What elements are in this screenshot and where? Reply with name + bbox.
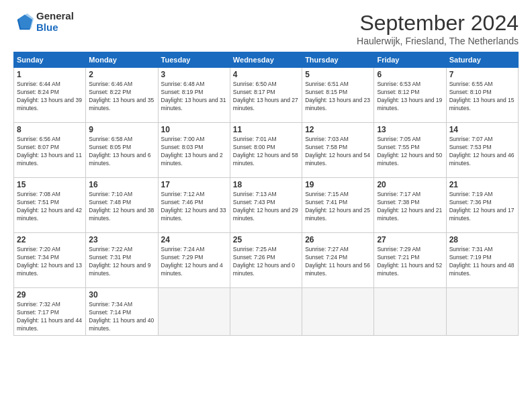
- page: General Blue September 2024 Haulerwijk, …: [0, 0, 532, 411]
- table-row: 29Sunrise: 7:32 AMSunset: 7:17 PMDayligh…: [14, 288, 86, 336]
- table-row: [446, 288, 518, 336]
- table-row: 24Sunrise: 7:24 AMSunset: 7:29 PMDayligh…: [158, 233, 230, 288]
- table-row: 26Sunrise: 7:27 AMSunset: 7:24 PMDayligh…: [302, 233, 374, 288]
- table-row: 30Sunrise: 7:34 AMSunset: 7:14 PMDayligh…: [86, 288, 158, 336]
- table-row: 5Sunrise: 6:51 AMSunset: 8:15 PMDaylight…: [302, 68, 374, 123]
- table-row: 23Sunrise: 7:22 AMSunset: 7:31 PMDayligh…: [86, 233, 158, 288]
- calendar-header-row: Sunday Monday Tuesday Wednesday Thursday…: [14, 52, 519, 68]
- logo: General Blue: [13, 11, 74, 33]
- location: Haulerwijk, Friesland, The Netherlands: [357, 36, 519, 46]
- col-thursday: Thursday: [302, 52, 374, 68]
- table-row: [374, 288, 446, 336]
- col-tuesday: Tuesday: [158, 52, 230, 68]
- calendar-week-3: 15Sunrise: 7:08 AMSunset: 7:51 PMDayligh…: [14, 178, 519, 233]
- table-row: 19Sunrise: 7:15 AMSunset: 7:41 PMDayligh…: [302, 178, 374, 233]
- table-row: 12Sunrise: 7:03 AMSunset: 7:58 PMDayligh…: [302, 123, 374, 178]
- table-row: 11Sunrise: 7:01 AMSunset: 8:00 PMDayligh…: [230, 123, 302, 178]
- calendar-week-5: 29Sunrise: 7:32 AMSunset: 7:17 PMDayligh…: [14, 288, 519, 336]
- table-row: 9Sunrise: 6:58 AMSunset: 8:05 PMDaylight…: [86, 123, 158, 178]
- table-row: 1Sunrise: 6:44 AMSunset: 8:24 PMDaylight…: [14, 68, 86, 123]
- table-row: 21Sunrise: 7:19 AMSunset: 7:36 PMDayligh…: [446, 178, 518, 233]
- title-area: September 2024 Haulerwijk, Friesland, Th…: [357, 11, 519, 46]
- col-monday: Monday: [86, 52, 158, 68]
- logo-icon: [13, 12, 34, 32]
- table-row: 6Sunrise: 6:53 AMSunset: 8:12 PMDaylight…: [374, 68, 446, 123]
- table-row: 4Sunrise: 6:50 AMSunset: 8:17 PMDaylight…: [230, 68, 302, 123]
- table-row: 22Sunrise: 7:20 AMSunset: 7:34 PMDayligh…: [14, 233, 86, 288]
- header: General Blue September 2024 Haulerwijk, …: [13, 11, 519, 46]
- table-row: [302, 288, 374, 336]
- table-row: 8Sunrise: 6:56 AMSunset: 8:07 PMDaylight…: [14, 123, 86, 178]
- table-row: 13Sunrise: 7:05 AMSunset: 7:55 PMDayligh…: [374, 123, 446, 178]
- table-row: 20Sunrise: 7:17 AMSunset: 7:38 PMDayligh…: [374, 178, 446, 233]
- table-row: 7Sunrise: 6:55 AMSunset: 8:10 PMDaylight…: [446, 68, 518, 123]
- table-row: 16Sunrise: 7:10 AMSunset: 7:48 PMDayligh…: [86, 178, 158, 233]
- table-row: 2Sunrise: 6:46 AMSunset: 8:22 PMDaylight…: [86, 68, 158, 123]
- table-row: 3Sunrise: 6:48 AMSunset: 8:19 PMDaylight…: [158, 68, 230, 123]
- table-row: 18Sunrise: 7:13 AMSunset: 7:43 PMDayligh…: [230, 178, 302, 233]
- table-row: [158, 288, 230, 336]
- calendar-week-2: 8Sunrise: 6:56 AMSunset: 8:07 PMDaylight…: [14, 123, 519, 178]
- table-row: 14Sunrise: 7:07 AMSunset: 7:53 PMDayligh…: [446, 123, 518, 178]
- col-wednesday: Wednesday: [230, 52, 302, 68]
- col-sunday: Sunday: [14, 52, 86, 68]
- logo-text: General Blue: [36, 11, 74, 33]
- month-title: September 2024: [357, 11, 519, 36]
- calendar-table: Sunday Monday Tuesday Wednesday Thursday…: [13, 52, 519, 336]
- table-row: 25Sunrise: 7:25 AMSunset: 7:26 PMDayligh…: [230, 233, 302, 288]
- table-row: 28Sunrise: 7:31 AMSunset: 7:19 PMDayligh…: [446, 233, 518, 288]
- col-saturday: Saturday: [446, 52, 518, 68]
- table-row: 10Sunrise: 7:00 AMSunset: 8:03 PMDayligh…: [158, 123, 230, 178]
- calendar-week-1: 1Sunrise: 6:44 AMSunset: 8:24 PMDaylight…: [14, 68, 519, 123]
- table-row: 17Sunrise: 7:12 AMSunset: 7:46 PMDayligh…: [158, 178, 230, 233]
- logo-general-text: General: [36, 11, 74, 22]
- col-friday: Friday: [374, 52, 446, 68]
- table-row: 15Sunrise: 7:08 AMSunset: 7:51 PMDayligh…: [14, 178, 86, 233]
- svg-marker-1: [19, 13, 34, 28]
- table-row: [230, 288, 302, 336]
- logo-blue-text: Blue: [36, 22, 74, 34]
- table-row: 27Sunrise: 7:29 AMSunset: 7:21 PMDayligh…: [374, 233, 446, 288]
- calendar-week-4: 22Sunrise: 7:20 AMSunset: 7:34 PMDayligh…: [14, 233, 519, 288]
